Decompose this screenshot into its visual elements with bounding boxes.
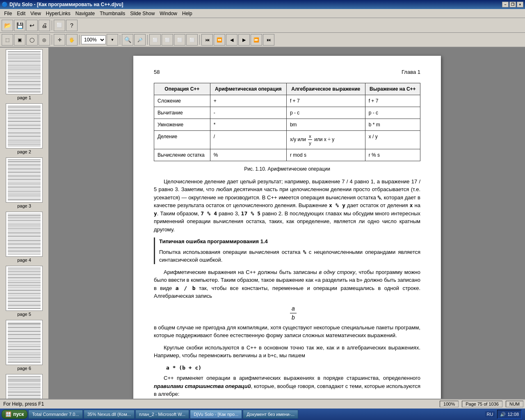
taskbar-item-5[interactable]: Документ без имени-... bbox=[243, 410, 298, 419]
error-block: Типичная ошибка программирования 1.4 Поп… bbox=[154, 237, 420, 264]
btn-fit-width[interactable]: ⬜ bbox=[162, 34, 173, 46]
back-button[interactable]: ↩ bbox=[26, 20, 38, 31]
restore-button[interactable]: ❐ bbox=[509, 2, 516, 7]
move-tool[interactable]: ✛ bbox=[54, 34, 65, 46]
table-row: Вычисление остатка % r mod s r % s bbox=[154, 149, 420, 161]
cell-op-2: Вычитание bbox=[154, 107, 210, 119]
separator5 bbox=[147, 35, 148, 45]
thumbnail-sidebar[interactable]: page 1 bbox=[0, 48, 49, 399]
nav-next10[interactable]: ⏩ bbox=[251, 34, 262, 46]
table-row: Сложение + f + 7 f + 7 bbox=[154, 95, 420, 107]
thumb-page5[interactable]: page 5 bbox=[2, 266, 47, 317]
start-button[interactable]: 🪟 пуск bbox=[2, 410, 27, 419]
table-row: Деление / x/y или xy или x ÷ y x / y bbox=[154, 130, 420, 149]
title-bar-controls[interactable]: – ❐ × bbox=[502, 2, 523, 7]
paragraph-3: в общем случае не пригодна для компиляци… bbox=[154, 324, 420, 340]
thumb-label-1: page 1 bbox=[2, 95, 47, 100]
app-icon: 🔵 bbox=[2, 2, 8, 7]
paragraph-1: Целочисленное деление дает целый результ… bbox=[154, 178, 420, 234]
col-header-4: Выражение на С++ bbox=[365, 83, 420, 95]
status-page: Page 75 of 1036 bbox=[462, 401, 502, 407]
page-header: 58 Глава 1 bbox=[154, 68, 420, 76]
menu-slideshow[interactable]: Slide Show bbox=[128, 10, 157, 17]
copy-button[interactable]: ⬜ bbox=[54, 20, 65, 31]
paragraph-2: Арифметические выражения на С++ должны б… bbox=[154, 268, 420, 300]
help-button[interactable]: ? bbox=[66, 20, 78, 31]
zoom-select[interactable]: 50% 75% 100% 125% 150% 200% bbox=[81, 35, 106, 44]
cell-alg-3: bm bbox=[286, 119, 365, 130]
menu-help[interactable]: Help bbox=[180, 10, 195, 17]
rect-tool[interactable]: ▣ bbox=[14, 34, 25, 46]
toolbar2: ⬚ ▣ ◯ ◎ ✛ 🖐 50% 75% 100% 125% 150% 200% … bbox=[0, 33, 525, 48]
menu-thumbnails[interactable]: Thumbnails bbox=[97, 10, 128, 17]
separator2 bbox=[52, 35, 52, 45]
select-tool[interactable]: ⬚ bbox=[2, 34, 13, 46]
windows-icon: 🪟 bbox=[5, 411, 11, 417]
nav-last[interactable]: ⏭ bbox=[263, 34, 274, 46]
cell-cpp-3: b * m bbox=[365, 119, 420, 130]
poly-tool[interactable]: ◎ bbox=[39, 34, 50, 46]
print-button[interactable]: 🖨 bbox=[39, 20, 50, 31]
separator3 bbox=[79, 35, 80, 45]
title-bar-left: 🔵 DjVu Solo - [Как программировать на С+… bbox=[2, 2, 123, 7]
taskbar-item-1[interactable]: Total Commander 7.0... bbox=[28, 410, 82, 419]
btn-fit-page[interactable]: ⬜ bbox=[149, 34, 161, 46]
cell-arith-3: * bbox=[210, 119, 286, 130]
separator bbox=[52, 21, 52, 30]
nav-first[interactable]: ⏮ bbox=[201, 34, 213, 46]
col-header-3: Алгебраическое выражение bbox=[286, 83, 365, 95]
thumb-page1[interactable]: page 1 bbox=[2, 49, 47, 100]
nav-prev[interactable]: ◀ bbox=[226, 34, 237, 46]
status-zoom: 100% bbox=[440, 401, 459, 407]
taskbar: 🪟 пуск Total Commander 7.0... 35% Nexus.… bbox=[0, 409, 525, 420]
cell-alg-4: x/y или xy или x ÷ y bbox=[286, 130, 365, 149]
language-indicator: RU bbox=[485, 411, 495, 417]
nav-prev10[interactable]: ⏪ bbox=[214, 34, 225, 46]
table-row: Вычитание - p - c p - c bbox=[154, 107, 420, 119]
nav-next[interactable]: ▶ bbox=[238, 34, 250, 46]
code-example-1: a * (b + c) bbox=[166, 364, 420, 372]
close-button[interactable]: × bbox=[517, 2, 523, 7]
menu-view[interactable]: View bbox=[28, 10, 43, 17]
taskbar-item-4[interactable]: DjVu Solo - [Как про... bbox=[190, 410, 242, 419]
cell-op-3: Умножение bbox=[154, 119, 210, 130]
document-area[interactable]: 58 Глава 1 Операция С++ Арифметическая о… bbox=[49, 48, 525, 399]
menu-navigate[interactable]: Navigate bbox=[73, 10, 97, 17]
figure-caption: Рис. 1.10. Арифметические операции bbox=[154, 165, 420, 173]
menu-file[interactable]: File bbox=[2, 10, 14, 17]
zoom-in-button[interactable]: 🔍 bbox=[122, 34, 133, 46]
menu-edit[interactable]: Edit bbox=[14, 10, 28, 17]
save-button[interactable]: 💾 bbox=[14, 20, 25, 31]
thumb-page3[interactable]: page 3 bbox=[2, 158, 47, 208]
btn-single-page[interactable]: ⬜ bbox=[186, 34, 198, 46]
hand-tool[interactable]: 🖐 bbox=[66, 34, 78, 46]
thumb-page6[interactable]: page 6 bbox=[2, 320, 47, 371]
separator4 bbox=[120, 35, 120, 45]
thumb-label-3: page 3 bbox=[2, 203, 47, 208]
circle-tool[interactable]: ◯ bbox=[26, 34, 38, 46]
thumb-page2[interactable]: page 2 bbox=[2, 103, 47, 154]
open-button[interactable]: 📂 bbox=[2, 20, 13, 31]
cell-op-4: Деление bbox=[154, 130, 210, 149]
menu-window[interactable]: Window bbox=[157, 10, 180, 17]
paragraph-4: Круглые скобки используются в С++ в осно… bbox=[154, 344, 420, 360]
thumb-page4[interactable]: page 4 bbox=[2, 212, 47, 262]
error-heading: Типичная ошибка программирования 1.4 bbox=[159, 237, 420, 246]
taskbar-item-3[interactable]: план_2 - Microsoft W... bbox=[135, 410, 189, 419]
toolbar1: 📂 💾 ↩ 🖨 ⬜ ? bbox=[0, 18, 525, 33]
cell-alg-2: p - c bbox=[286, 107, 365, 119]
algebraic-fraction: a b bbox=[166, 304, 420, 322]
cell-cpp-4: x / y bbox=[365, 130, 420, 149]
menu-hyperlinks[interactable]: HyperLinks bbox=[43, 10, 73, 17]
thumb-page7[interactable]: page 7 bbox=[2, 374, 47, 399]
minimize-button[interactable]: – bbox=[502, 2, 509, 7]
main-area: page 1 bbox=[0, 48, 525, 399]
taskbar-item-2[interactable]: 35% Nexus.dll (Ком... bbox=[84, 410, 135, 419]
status-help: For Help, press F1 bbox=[2, 401, 44, 407]
col-header-1: Операция С++ bbox=[154, 83, 210, 95]
btn-fit-height[interactable]: ⬜ bbox=[174, 34, 185, 46]
cell-cpp-2: p - c bbox=[365, 107, 420, 119]
zoom-out-button[interactable]: 🔎 bbox=[134, 34, 146, 46]
status-bar: For Help, press F1 100% Page 75 of 1036 … bbox=[0, 399, 525, 409]
dropdown-zoom[interactable]: ▼ bbox=[107, 34, 118, 46]
